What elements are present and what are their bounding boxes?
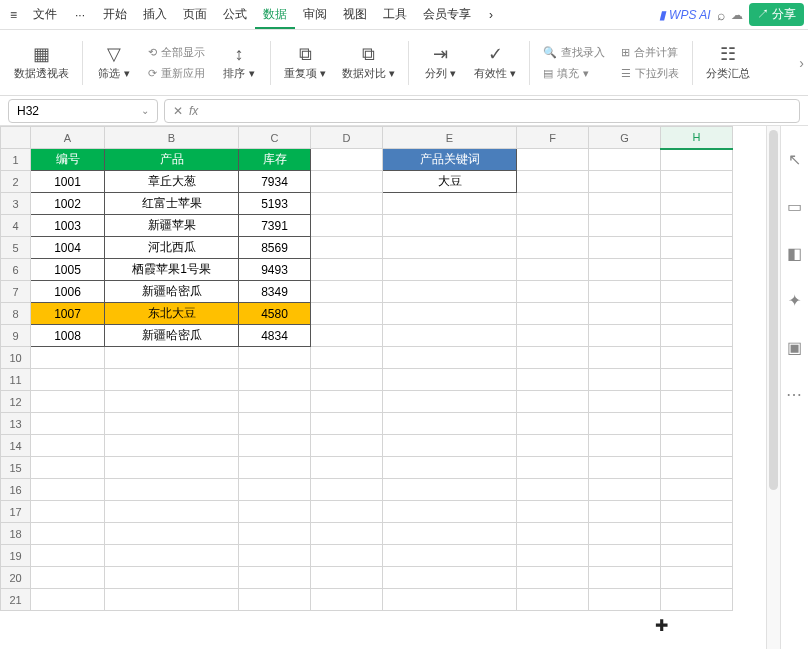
cell-F6[interactable] [517,259,589,281]
cell-A20[interactable] [31,567,105,589]
cell-D1[interactable] [311,149,383,171]
cell-H21[interactable] [661,589,733,611]
menu-more[interactable]: ··· [67,2,93,28]
cell-C13[interactable] [239,413,311,435]
cell-C10[interactable] [239,347,311,369]
cell-H8[interactable] [661,303,733,325]
cell-B12[interactable] [105,391,239,413]
row-header-9[interactable]: 9 [1,325,31,347]
cell-G7[interactable] [589,281,661,303]
cell-B17[interactable] [105,501,239,523]
show-all-button[interactable]: ⟲ 全部显示 [146,43,207,62]
formula-input[interactable]: ✕ fx [164,99,800,123]
cell-G4[interactable] [589,215,661,237]
cell-G8[interactable] [589,303,661,325]
menu-tab-数据[interactable]: 数据 [255,1,295,29]
select-tool-icon[interactable]: ↖ [788,150,801,169]
cell-F4[interactable] [517,215,589,237]
cell-G16[interactable] [589,479,661,501]
cell-C15[interactable] [239,457,311,479]
cell-F9[interactable] [517,325,589,347]
cell-E19[interactable] [383,545,517,567]
cell-G6[interactable] [589,259,661,281]
duplicates-button[interactable]: ⧉重复项 ▾ [278,40,332,85]
cell-H1[interactable] [661,149,733,171]
row-header-7[interactable]: 7 [1,281,31,303]
cell-F1[interactable] [517,149,589,171]
cell-F10[interactable] [517,347,589,369]
cell-E7[interactable] [383,281,517,303]
cell-G17[interactable] [589,501,661,523]
cell-D16[interactable] [311,479,383,501]
cell-D3[interactable] [311,193,383,215]
cell-E17[interactable] [383,501,517,523]
cell-D11[interactable] [311,369,383,391]
menu-file[interactable]: 文件 [25,0,65,29]
row-header-8[interactable]: 8 [1,303,31,325]
data-a-3[interactable]: 1003 [31,215,105,237]
cell-C11[interactable] [239,369,311,391]
cell-F12[interactable] [517,391,589,413]
cell-G10[interactable] [589,347,661,369]
lookup-entry-button[interactable]: 🔍 查找录入 [541,43,607,62]
cell-D18[interactable] [311,523,383,545]
cell-F7[interactable] [517,281,589,303]
row-header-3[interactable]: 3 [1,193,31,215]
row-header-14[interactable]: 14 [1,435,31,457]
header-id[interactable]: 编号 [31,149,105,171]
cell-H20[interactable] [661,567,733,589]
cell-B11[interactable] [105,369,239,391]
row-header-21[interactable]: 21 [1,589,31,611]
cell-H18[interactable] [661,523,733,545]
cell-D20[interactable] [311,567,383,589]
cell-F5[interactable] [517,237,589,259]
data-b-7[interactable]: 东北大豆 [105,303,239,325]
cell-H9[interactable] [661,325,733,347]
cell-A21[interactable] [31,589,105,611]
cell-A15[interactable] [31,457,105,479]
cell-E10[interactable] [383,347,517,369]
cell-E3[interactable] [383,193,517,215]
cell-E14[interactable] [383,435,517,457]
row-header-6[interactable]: 6 [1,259,31,281]
cell-G19[interactable] [589,545,661,567]
cell-C14[interactable] [239,435,311,457]
cell-C19[interactable] [239,545,311,567]
name-box[interactable]: H32 ⌄ [8,99,158,123]
cell-H11[interactable] [661,369,733,391]
cell-B19[interactable] [105,545,239,567]
menu-tab-页面[interactable]: 页面 [175,1,215,27]
cell-F15[interactable] [517,457,589,479]
cell-B16[interactable] [105,479,239,501]
cell-B20[interactable] [105,567,239,589]
cell-F19[interactable] [517,545,589,567]
cell-G3[interactable] [589,193,661,215]
cell-A10[interactable] [31,347,105,369]
row-header-19[interactable]: 19 [1,545,31,567]
menu-tab-工具[interactable]: 工具 [375,1,415,27]
hamburger-icon[interactable]: ≡ [4,4,23,26]
cell-E4[interactable] [383,215,517,237]
row-header-15[interactable]: 15 [1,457,31,479]
cell-G21[interactable] [589,589,661,611]
cell-H7[interactable] [661,281,733,303]
consolidate-button[interactable]: ⊞ 合并计算 [619,43,681,62]
cell-E18[interactable] [383,523,517,545]
cell-E13[interactable] [383,413,517,435]
col-header-E[interactable]: E [383,127,517,149]
row-header-18[interactable]: 18 [1,523,31,545]
cell-E8[interactable] [383,303,517,325]
cell-C18[interactable] [239,523,311,545]
cell-A17[interactable] [31,501,105,523]
data-c-8[interactable]: 4834 [239,325,311,347]
data-c-7[interactable]: 4580 [239,303,311,325]
cell-D7[interactable] [311,281,383,303]
cell-G13[interactable] [589,413,661,435]
menu-tab-审阅[interactable]: 审阅 [295,1,335,27]
cell-D9[interactable] [311,325,383,347]
cell-D8[interactable] [311,303,383,325]
cell-G15[interactable] [589,457,661,479]
cell-F8[interactable] [517,303,589,325]
data-a-7[interactable]: 1007 [31,303,105,325]
cell-F2[interactable] [517,171,589,193]
